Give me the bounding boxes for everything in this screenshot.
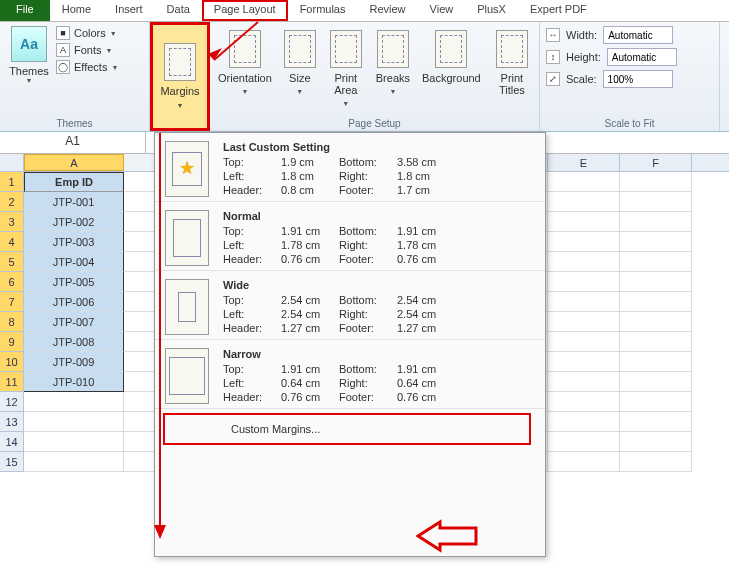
cell[interactable] [24, 432, 124, 452]
cell[interactable] [548, 212, 620, 232]
cell[interactable] [548, 292, 620, 312]
cell[interactable] [620, 232, 692, 252]
height-icon: ↕ [546, 50, 560, 64]
cell[interactable] [548, 312, 620, 332]
cell[interactable]: JTP-002 [24, 212, 124, 232]
row-header[interactable]: 14 [0, 432, 23, 452]
background-button[interactable]: Background [420, 26, 483, 112]
cell[interactable] [548, 412, 620, 432]
tab-formulas[interactable]: Formulas [288, 0, 358, 21]
row-header[interactable]: 8 [0, 312, 23, 332]
cell[interactable] [548, 352, 620, 372]
cell[interactable] [548, 252, 620, 272]
height-input[interactable] [607, 48, 677, 66]
cell[interactable] [620, 352, 692, 372]
breaks-button[interactable]: Breaks▼ [374, 26, 412, 112]
effects-button[interactable]: ◯Effects▼ [56, 60, 118, 74]
chevron-down-icon: ▼ [177, 102, 184, 109]
row-header[interactable]: 11 [0, 372, 23, 392]
cell[interactable]: JTP-004 [24, 252, 124, 272]
cell[interactable] [548, 452, 620, 472]
cell[interactable] [24, 392, 124, 412]
cell[interactable] [548, 332, 620, 352]
themes-button[interactable]: Aa Themes ▼ [6, 26, 52, 116]
fonts-button[interactable]: AFonts▼ [56, 43, 118, 57]
orientation-icon [229, 30, 261, 68]
cell[interactable] [620, 252, 692, 272]
tab-view[interactable]: View [418, 0, 466, 21]
row-header[interactable]: 2 [0, 192, 23, 212]
scale-input[interactable] [603, 70, 673, 88]
cell[interactable] [620, 312, 692, 332]
row-header[interactable]: 4 [0, 232, 23, 252]
cell[interactable]: JTP-007 [24, 312, 124, 332]
row-header[interactable]: 6 [0, 272, 23, 292]
tab-review[interactable]: Review [357, 0, 417, 21]
cell[interactable] [24, 412, 124, 432]
tab-page-layout[interactable]: Page Layout [202, 0, 288, 21]
row-header[interactable]: 12 [0, 392, 23, 412]
cell[interactable]: Emp ID [24, 172, 124, 192]
size-button[interactable]: Size▼ [282, 26, 318, 112]
tab-expert-pdf[interactable]: Expert PDF [518, 0, 599, 21]
preset-last-custom[interactable]: Last Custom Setting Top:1.9 cmBottom:3.5… [155, 133, 545, 202]
preset-wide[interactable]: Wide Top:2.54 cmBottom:2.54 cm Left:2.54… [155, 271, 545, 340]
row-header[interactable]: 5 [0, 252, 23, 272]
tab-plusx[interactable]: PlusX [465, 0, 518, 21]
cell[interactable] [548, 232, 620, 252]
row-header[interactable]: 10 [0, 352, 23, 372]
row-header[interactable]: 3 [0, 212, 23, 232]
preset-normal[interactable]: Normal Top:1.91 cmBottom:1.91 cm Left:1.… [155, 202, 545, 271]
cell[interactable]: JTP-010 [24, 372, 124, 392]
cell[interactable]: JTP-008 [24, 332, 124, 352]
orientation-button[interactable]: Orientation▼ [216, 26, 274, 112]
cell[interactable] [620, 192, 692, 212]
cell[interactable] [548, 192, 620, 212]
cell[interactable]: JTP-009 [24, 352, 124, 372]
width-input[interactable] [603, 26, 673, 44]
tab-insert[interactable]: Insert [103, 0, 155, 21]
name-box[interactable]: A1 [0, 132, 146, 153]
cell[interactable] [548, 372, 620, 392]
row-header[interactable]: 9 [0, 332, 23, 352]
cell[interactable] [620, 172, 692, 192]
cell[interactable] [620, 392, 692, 412]
cell[interactable] [620, 412, 692, 432]
tab-file[interactable]: File [0, 0, 50, 21]
row-header[interactable]: 13 [0, 412, 23, 432]
row-header[interactable]: 1 [0, 172, 23, 192]
tab-home[interactable]: Home [50, 0, 103, 21]
cell[interactable]: JTP-003 [24, 232, 124, 252]
cell[interactable] [620, 212, 692, 232]
custom-margins-item[interactable]: Custom Margins... [163, 413, 531, 445]
cell[interactable] [620, 432, 692, 452]
group-label-themes: Themes [6, 118, 143, 129]
preset-narrow[interactable]: Narrow Top:1.91 cmBottom:1.91 cm Left:0.… [155, 340, 545, 409]
colors-button[interactable]: ■Colors▼ [56, 26, 118, 40]
margins-button[interactable]: Margins▼ [150, 22, 210, 131]
col-header-e[interactable]: E [548, 154, 620, 171]
cell[interactable] [548, 172, 620, 192]
print-titles-button[interactable]: Print Titles [491, 26, 533, 112]
cell[interactable] [24, 452, 124, 472]
row-header[interactable]: 7 [0, 292, 23, 312]
print-area-button[interactable]: Print Area▼ [326, 26, 366, 112]
cell[interactable] [548, 392, 620, 412]
width-label: Width: [566, 29, 597, 41]
cell[interactable] [620, 452, 692, 472]
cell[interactable]: JTP-005 [24, 272, 124, 292]
cell[interactable]: JTP-001 [24, 192, 124, 212]
col-header-a[interactable]: A [24, 154, 124, 171]
cell[interactable] [620, 292, 692, 312]
tab-data[interactable]: Data [155, 0, 202, 21]
cell[interactable] [548, 272, 620, 292]
cell[interactable] [620, 372, 692, 392]
scale-label: Scale: [566, 73, 597, 85]
cell[interactable]: JTP-006 [24, 292, 124, 312]
select-all-corner[interactable] [0, 154, 24, 172]
cell[interactable] [620, 272, 692, 292]
row-header[interactable]: 15 [0, 452, 23, 472]
cell[interactable] [548, 432, 620, 452]
col-header-f[interactable]: F [620, 154, 692, 171]
cell[interactable] [620, 332, 692, 352]
